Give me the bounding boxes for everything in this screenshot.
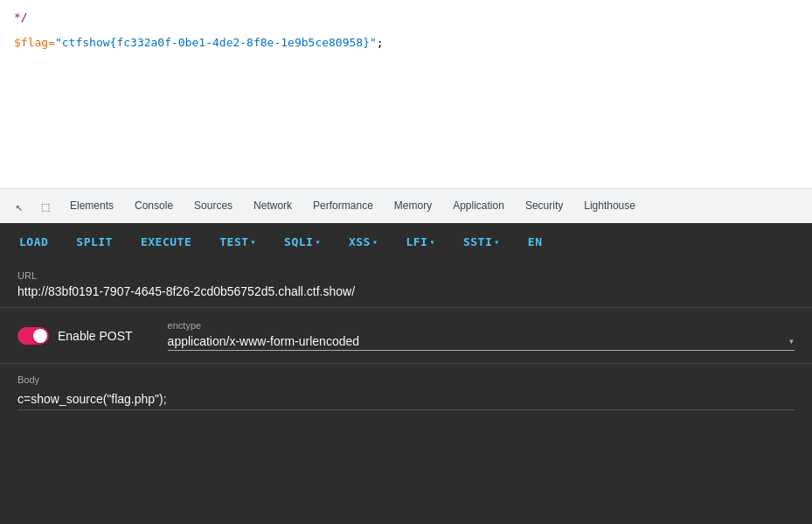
- body-input[interactable]: [17, 392, 795, 410]
- xss-arrow-icon: ▾: [372, 237, 378, 247]
- toggle-container: Enable POST: [17, 327, 133, 345]
- device-icon[interactable]: ⬚: [33, 194, 58, 219]
- cursor-icon[interactable]: ↖: [7, 194, 31, 219]
- code-semicolon: ;: [377, 36, 384, 49]
- enctype-dropdown-icon: ▾: [788, 335, 795, 347]
- tab-application[interactable]: Application: [442, 193, 515, 220]
- middle-row: Enable POST enctype application/x-www-fo…: [0, 308, 812, 364]
- tab-network[interactable]: Network: [243, 193, 302, 220]
- sqli-arrow-icon: ▾: [315, 237, 321, 247]
- xss-button[interactable]: XSS ▾: [337, 230, 391, 254]
- tab-elements[interactable]: Elements: [59, 193, 124, 220]
- enctype-select-wrapper[interactable]: application/x-www-form-urlencoded ▾: [168, 334, 795, 351]
- main-content: URL http://83bf0191-7907-4645-8f26-2cd0b…: [0, 260, 812, 524]
- enable-post-toggle[interactable]: [17, 327, 49, 345]
- load-button[interactable]: LOAD: [7, 230, 60, 254]
- code-string-value: "ctfshow{fc332a0f-0be1-4de2-8f8e-1e9b5ce…: [55, 36, 377, 49]
- en-button[interactable]: EN: [516, 230, 555, 254]
- split-button[interactable]: SPLIT: [64, 230, 125, 254]
- code-area: */ $flag="ctfshow{fc332a0f-0be1-4de2-8f8…: [0, 0, 812, 188]
- lfi-button[interactable]: LFI ▾: [393, 230, 448, 254]
- body-label: Body: [17, 374, 795, 385]
- url-value[interactable]: http://83bf0191-7907-4645-8f26-2cd0b5675…: [17, 284, 795, 298]
- devtools-tabs: Elements Console Sources Network Perform…: [59, 193, 805, 220]
- tab-console[interactable]: Console: [124, 193, 184, 220]
- url-label: URL: [17, 270, 795, 281]
- plugin-toolbar: LOAD SPLIT EXECUTE TEST ▾ SQLI ▾ XSS ▾ L…: [0, 223, 812, 260]
- devtools-container: ↖ ⬚ Elements Console Sources Network Per…: [0, 188, 812, 524]
- test-arrow-icon: ▾: [251, 237, 257, 247]
- enctype-value: application/x-www-form-urlencoded: [168, 334, 788, 348]
- ssti-button[interactable]: SSTI ▾: [451, 230, 512, 254]
- toggle-knob: [33, 329, 47, 343]
- code-variable: $flag=: [14, 36, 55, 49]
- tab-sources[interactable]: Sources: [184, 193, 243, 220]
- test-button[interactable]: TEST ▾: [207, 230, 268, 254]
- lfi-arrow-icon: ▾: [429, 237, 435, 247]
- sqli-button[interactable]: SQLI ▾: [272, 230, 333, 254]
- tab-performance[interactable]: Performance: [302, 193, 384, 220]
- tab-security[interactable]: Security: [515, 193, 573, 220]
- tab-lighthouse[interactable]: Lighthouse: [573, 193, 646, 220]
- code-line-flag: $flag="ctfshow{fc332a0f-0be1-4de2-8f8e-1…: [14, 34, 798, 52]
- enctype-label: enctype: [168, 320, 795, 331]
- execute-button[interactable]: EXECUTE: [128, 230, 204, 254]
- body-section: Body: [0, 364, 812, 421]
- ssti-arrow-icon: ▾: [494, 237, 500, 247]
- devtools-toolbar: ↖ ⬚ Elements Console Sources Network Per…: [0, 188, 812, 223]
- code-line-comment: */: [14, 9, 798, 27]
- code-comment: */: [14, 10, 28, 24]
- enctype-section: enctype application/x-www-form-urlencode…: [168, 320, 795, 351]
- toggle-label: Enable POST: [58, 329, 133, 343]
- tab-memory[interactable]: Memory: [384, 193, 442, 220]
- url-section: URL http://83bf0191-7907-4645-8f26-2cd0b…: [0, 260, 812, 308]
